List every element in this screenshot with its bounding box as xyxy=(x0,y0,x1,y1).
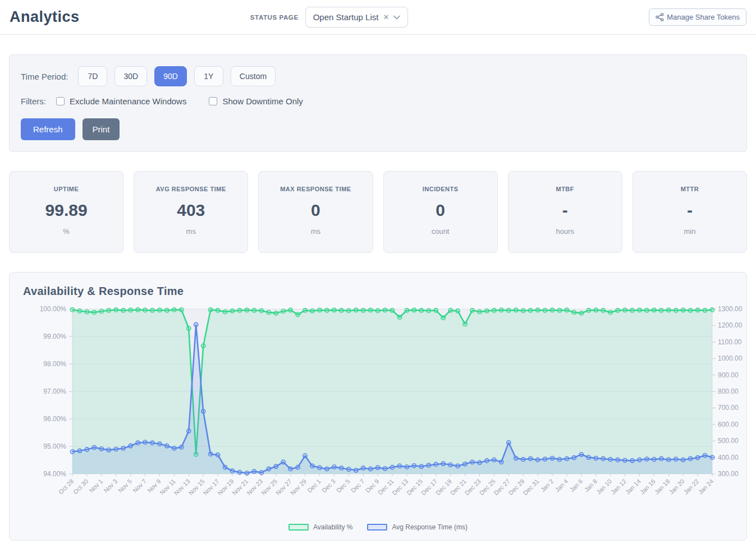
actions-row: Refresh Print xyxy=(21,118,735,140)
legend-label: Availability % xyxy=(313,523,352,531)
svg-text:Jan 12: Jan 12 xyxy=(610,478,627,496)
svg-text:95.00%: 95.00% xyxy=(43,442,66,450)
filter-panel: Time Period: 7D30D90D1YCustom Filters: E… xyxy=(9,54,747,152)
svg-text:Jan 10: Jan 10 xyxy=(595,478,613,496)
stat-unit: hours xyxy=(512,227,618,236)
svg-text:Dec 1: Dec 1 xyxy=(306,478,322,494)
svg-text:700.00: 700.00 xyxy=(718,404,739,412)
svg-text:Nov 1: Nov 1 xyxy=(88,478,104,494)
stat-unit: % xyxy=(13,227,120,236)
time-period-row: Time Period: 7D30D90D1YCustom xyxy=(21,66,735,86)
stat-card-max-response-time: MAX RESPONSE TIME0ms xyxy=(258,171,373,253)
stat-value: - xyxy=(636,201,743,220)
svg-text:Dec 7: Dec 7 xyxy=(350,478,366,494)
time-period-90d-button[interactable]: 90D xyxy=(154,66,187,86)
svg-text:96.00%: 96.00% xyxy=(43,415,66,423)
legend-item[interactable]: Avg Response Time (ms) xyxy=(367,523,468,531)
svg-text:600.00: 600.00 xyxy=(718,421,739,428)
chart-legend: Availability %Avg Response Time (ms) xyxy=(23,523,733,531)
svg-text:Jan 14: Jan 14 xyxy=(624,478,642,496)
stat-label: INCIDENTS xyxy=(387,186,494,192)
svg-text:800.00: 800.00 xyxy=(718,388,739,395)
svg-text:400.00: 400.00 xyxy=(718,454,739,462)
filter-checkboxes: Exclude Maintenance WindowsShow Downtime… xyxy=(56,96,326,106)
chevron-down-icon xyxy=(393,15,400,20)
svg-text:Oct 28: Oct 28 xyxy=(57,478,75,495)
svg-text:Jan 4: Jan 4 xyxy=(554,478,570,494)
stat-label: MTBF xyxy=(512,186,618,192)
legend-label: Avg Response Time (ms) xyxy=(392,523,468,531)
filter-checkbox-exclude-maintenance-windows[interactable]: Exclude Maintenance Windows xyxy=(56,96,186,106)
clear-selection-icon[interactable]: ✕ xyxy=(383,13,389,21)
stat-card-uptime: UPTIME99.89% xyxy=(9,171,123,253)
svg-text:Nov 5: Nov 5 xyxy=(117,478,133,494)
stat-card-avg-response-time: AVG RESPONSE TIME403ms xyxy=(134,171,248,253)
checkbox-icon[interactable] xyxy=(209,97,217,105)
svg-text:Jan 16: Jan 16 xyxy=(639,478,657,496)
svg-text:500.00: 500.00 xyxy=(718,437,739,445)
availability-response-chart[interactable]: 94.00%95.00%96.00%97.00%98.00%99.00%100.… xyxy=(23,303,744,520)
stat-unit: count xyxy=(387,227,494,236)
chart-title: Availability & Response Time xyxy=(23,285,733,298)
svg-text:1000.00: 1000.00 xyxy=(718,354,743,362)
stat-label: UPTIME xyxy=(13,186,120,192)
svg-text:Jan 18: Jan 18 xyxy=(653,478,671,496)
time-period-7d-button[interactable]: 7D xyxy=(78,66,107,86)
status-page-group: STATUS PAGE Open Startup List ✕ xyxy=(250,7,408,27)
stat-value: 0 xyxy=(262,201,369,220)
print-button[interactable]: Print xyxy=(83,118,120,140)
svg-text:Nov 3: Nov 3 xyxy=(102,478,118,494)
checkbox-label: Exclude Maintenance Windows xyxy=(70,96,186,106)
svg-text:Jan 22: Jan 22 xyxy=(682,478,700,496)
svg-text:Oct 30: Oct 30 xyxy=(72,478,89,495)
time-period-30d-button[interactable]: 30D xyxy=(114,66,147,86)
legend-swatch-icon xyxy=(367,524,387,531)
svg-text:Nov 7: Nov 7 xyxy=(131,478,148,494)
time-period-label: Time Period: xyxy=(21,72,68,81)
svg-text:1100.00: 1100.00 xyxy=(718,338,742,346)
status-page-selected-value: Open Startup List xyxy=(313,12,379,22)
svg-text:Jan 20: Jan 20 xyxy=(668,478,686,496)
stat-unit: ms xyxy=(262,227,369,236)
stat-value: 0 xyxy=(387,201,494,220)
checkbox-icon[interactable] xyxy=(56,97,65,105)
filters-label: Filters: xyxy=(21,96,46,106)
svg-text:Jan 2: Jan 2 xyxy=(539,478,555,494)
svg-text:300.00: 300.00 xyxy=(718,470,739,478)
legend-swatch-icon xyxy=(288,524,309,531)
stat-unit: min xyxy=(636,227,743,236)
stat-unit: ms xyxy=(138,227,244,236)
filters-row: Filters: Exclude Maintenance WindowsShow… xyxy=(21,96,735,106)
svg-text:Nov 29: Nov 29 xyxy=(289,478,308,496)
stat-card-mttr: MTTR-min xyxy=(633,171,747,253)
stat-label: MAX RESPONSE TIME xyxy=(262,186,369,192)
svg-text:1200.00: 1200.00 xyxy=(718,321,743,329)
stat-value: - xyxy=(512,201,618,220)
svg-text:97.00%: 97.00% xyxy=(43,388,66,395)
manage-share-tokens-label: Manage Share Tokens xyxy=(667,13,740,21)
stat-label: AVG RESPONSE TIME xyxy=(138,186,244,192)
header: Analytics STATUS PAGE Open Startup List … xyxy=(0,0,756,35)
share-icon xyxy=(656,13,664,21)
manage-share-tokens-button[interactable]: Manage Share Tokens xyxy=(649,8,746,26)
svg-text:900.00: 900.00 xyxy=(718,371,739,379)
stat-value: 99.89 xyxy=(13,201,120,220)
chart-card: Availability & Response Time 94.00%95.00… xyxy=(9,272,747,541)
status-page-select[interactable]: Open Startup List ✕ xyxy=(305,7,409,27)
svg-text:Jan 6: Jan 6 xyxy=(569,478,584,494)
stat-card-mtbf: MTBF-hours xyxy=(508,171,622,253)
time-period-custom-button[interactable]: Custom xyxy=(231,66,276,86)
legend-item[interactable]: Availability % xyxy=(288,523,352,531)
status-page-label: STATUS PAGE xyxy=(250,14,299,21)
svg-text:Dec 31: Dec 31 xyxy=(521,478,540,496)
svg-text:94.00%: 94.00% xyxy=(43,470,66,478)
stat-cards: UPTIME99.89%AVG RESPONSE TIME403msMAX RE… xyxy=(9,171,747,253)
svg-text:Dec 3: Dec 3 xyxy=(320,478,337,494)
refresh-button[interactable]: Refresh xyxy=(21,118,75,140)
filter-checkbox-show-downtime-only[interactable]: Show Downtime Only xyxy=(209,96,303,106)
svg-text:Jan 24: Jan 24 xyxy=(697,478,715,496)
svg-text:1300.00: 1300.00 xyxy=(718,305,743,313)
page-title: Analytics xyxy=(10,8,250,26)
time-period-1y-button[interactable]: 1Y xyxy=(194,66,223,86)
svg-text:99.00%: 99.00% xyxy=(43,333,66,340)
